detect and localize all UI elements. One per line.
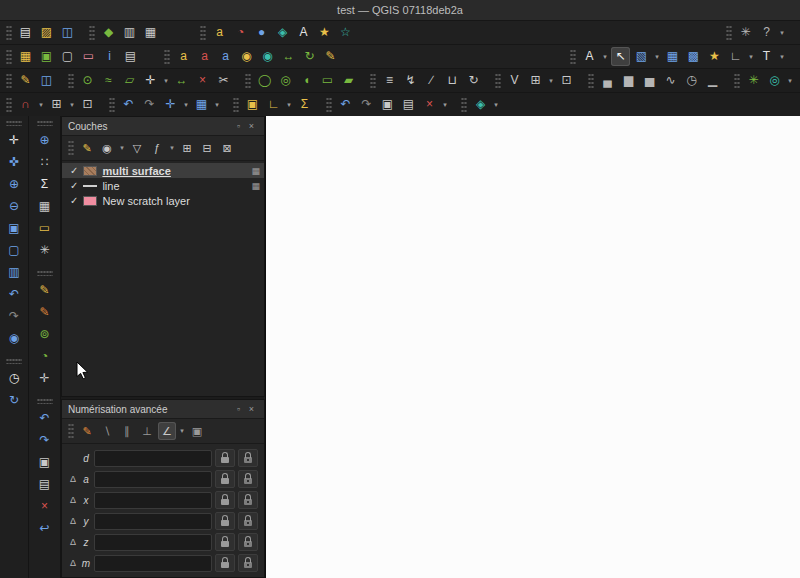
close-panel-button[interactable]: × bbox=[245, 120, 258, 133]
layer-checkbox[interactable]: ✓ bbox=[70, 165, 78, 176]
ellipse-icon[interactable]: ◖ bbox=[297, 71, 316, 90]
move-feature-icon[interactable]: ↔ bbox=[172, 71, 191, 90]
expand-all-icon[interactable]: ⊞ bbox=[178, 139, 196, 157]
snapping-toggle-dropdown[interactable]: ▾ bbox=[37, 101, 45, 109]
new-project-icon[interactable]: ▤ bbox=[16, 23, 35, 42]
deselect-all-icon[interactable]: ▩ bbox=[684, 47, 703, 66]
text-format-icon[interactable]: A bbox=[580, 47, 599, 66]
cut-features-icon[interactable]: ✂ bbox=[214, 71, 233, 90]
undo-icon[interactable]: ↶ bbox=[336, 95, 355, 114]
filter-legend-icon[interactable]: ▽ bbox=[128, 139, 146, 157]
layer-diagram-icon[interactable]: ◔ bbox=[231, 23, 250, 42]
repeat-lock-y-button[interactable] bbox=[238, 512, 258, 530]
pin-labels-icon[interactable]: ◉ bbox=[237, 47, 256, 66]
processing-toolbox-icon[interactable]: ✳ bbox=[736, 23, 755, 42]
profile-tool-icon[interactable]: ∿ bbox=[661, 71, 680, 90]
grid-options-icon[interactable]: ⊞ bbox=[526, 71, 545, 90]
lock-a-button[interactable] bbox=[215, 470, 235, 488]
raster-histogram-icon[interactable]: ▅ bbox=[640, 71, 659, 90]
add-part-icon[interactable]: ◔ bbox=[35, 347, 54, 366]
layer-name[interactable]: line bbox=[102, 180, 246, 192]
constraint-input-x[interactable] bbox=[94, 492, 212, 509]
parallel-icon[interactable]: ∥ bbox=[118, 422, 136, 440]
constraint-input-m[interactable] bbox=[94, 555, 212, 572]
add-polygon-feature-icon[interactable]: ▱ bbox=[120, 71, 139, 90]
map-annotation-dropdown[interactable]: ▾ bbox=[778, 53, 786, 61]
edit-pencil-icon[interactable]: ✎ bbox=[35, 281, 54, 300]
measure-dropdown[interactable]: ▾ bbox=[747, 53, 755, 61]
zoom-next-icon[interactable]: ↷ bbox=[140, 95, 159, 114]
zoom-to-layer-icon[interactable]: ▥ bbox=[5, 263, 24, 282]
snap-common-angles-dropdown[interactable]: ▾ bbox=[178, 427, 186, 435]
repeat-lock-a-button[interactable] bbox=[238, 470, 258, 488]
new-shapefile-icon[interactable]: ▢ bbox=[58, 47, 77, 66]
delta-toggle[interactable]: Δ bbox=[68, 516, 78, 526]
delete-part-icon[interactable]: × bbox=[420, 95, 439, 114]
snap-options-icon[interactable]: ⊡ bbox=[557, 71, 576, 90]
delete-feature-icon[interactable]: × bbox=[35, 497, 54, 516]
help-contents-icon[interactable]: ? bbox=[757, 23, 776, 42]
lock-m-button[interactable] bbox=[215, 554, 235, 572]
construction-mode-icon[interactable]: ∖ bbox=[98, 422, 116, 440]
topological-editing-icon[interactable]: ⊡ bbox=[78, 95, 97, 114]
add-point-feature-icon[interactable]: ⊙ bbox=[78, 71, 97, 90]
repeat-lock-m-button[interactable] bbox=[238, 554, 258, 572]
circle-2points-icon[interactable]: ◯ bbox=[255, 71, 274, 90]
merge-features-icon[interactable]: ⊔ bbox=[443, 71, 462, 90]
histogram-icon[interactable]: ▆ bbox=[619, 71, 638, 90]
delta-toggle[interactable]: Δ bbox=[68, 495, 78, 505]
data-source-manager-icon[interactable]: ▦ bbox=[16, 47, 35, 66]
georeferencer-dropdown[interactable]: ▾ bbox=[492, 101, 500, 109]
layer-styling-icon[interactable]: ✎ bbox=[78, 139, 96, 157]
layout-manager-icon[interactable]: ▦ bbox=[141, 23, 160, 42]
vertex-tool-dropdown[interactable]: ▾ bbox=[162, 77, 170, 85]
regular-polygon-icon[interactable]: ▰ bbox=[339, 71, 358, 90]
favorites-icon[interactable]: ★ bbox=[705, 47, 724, 66]
map-canvas[interactable] bbox=[265, 116, 800, 578]
identify-features-icon[interactable]: i bbox=[100, 47, 119, 66]
lock-d-button[interactable] bbox=[215, 449, 235, 467]
map-themes-icon[interactable]: ◉ bbox=[98, 139, 116, 157]
redo-icon[interactable]: ↷ bbox=[357, 95, 376, 114]
grid-options-dropdown[interactable]: ▾ bbox=[547, 77, 555, 85]
draw-annotation-icon[interactable]: ✎ bbox=[35, 303, 54, 322]
pan-to-selection-icon[interactable]: ✜ bbox=[5, 153, 24, 172]
refresh-map-icon[interactable]: ↻ bbox=[5, 391, 24, 410]
constraint-input-y[interactable] bbox=[94, 513, 212, 530]
measure-area-icon[interactable]: ∟ bbox=[264, 95, 283, 114]
zoom-full-icon[interactable]: ▣ bbox=[5, 219, 24, 238]
select-rectangle-icon[interactable]: ▧ bbox=[632, 47, 651, 66]
text-annotation-icon[interactable]: A bbox=[294, 23, 313, 42]
node-tool-icon[interactable]: ✛ bbox=[35, 369, 54, 388]
delete-selected-icon[interactable]: × bbox=[193, 71, 212, 90]
snapping-toggle-icon[interactable]: ∩ bbox=[16, 95, 35, 114]
close-panel-button[interactable]: × bbox=[245, 403, 258, 416]
delta-toggle[interactable]: Δ bbox=[68, 537, 78, 547]
pan-to-selection-dropdown[interactable]: ▾ bbox=[182, 101, 190, 109]
select-matrix-icon[interactable]: ∷ bbox=[35, 153, 54, 172]
snap-common-angles-icon[interactable]: ∠ bbox=[158, 422, 176, 440]
paste-style-icon[interactable]: ▤ bbox=[399, 95, 418, 114]
move-label-icon[interactable]: ↔ bbox=[279, 47, 298, 66]
copy-style-icon[interactable]: ▣ bbox=[378, 95, 397, 114]
measure-area-dropdown[interactable]: ▾ bbox=[285, 101, 293, 109]
layer-labeling-options-icon[interactable]: a bbox=[174, 47, 193, 66]
constraint-input-d[interactable] bbox=[94, 450, 212, 467]
constraint-input-a[interactable] bbox=[94, 471, 212, 488]
offset-curve-icon[interactable]: ≡ bbox=[380, 71, 399, 90]
layer-row[interactable]: ✓multi surface▦ bbox=[62, 163, 264, 178]
remove-layer-icon[interactable]: ⊠ bbox=[218, 139, 236, 157]
rule-based-labeling-icon[interactable]: a bbox=[195, 47, 214, 66]
filter-expression-icon[interactable]: ƒ bbox=[148, 139, 166, 157]
map-tips-icon[interactable]: ● bbox=[252, 23, 271, 42]
zoom-last-icon[interactable]: ↶ bbox=[119, 95, 138, 114]
select-by-value-icon[interactable]: ▦ bbox=[663, 47, 682, 66]
collapse-all-icon[interactable]: ⊟ bbox=[198, 139, 216, 157]
circle-3points-icon[interactable]: ◎ bbox=[276, 71, 295, 90]
layer-name[interactable]: multi surface bbox=[102, 165, 246, 177]
repeat-lock-d-button[interactable] bbox=[238, 449, 258, 467]
vertex-tool-icon[interactable]: ✛ bbox=[141, 71, 160, 90]
new-map-view-dropdown[interactable]: ▾ bbox=[213, 101, 221, 109]
show-bookmarks-icon[interactable]: ☆ bbox=[336, 23, 355, 42]
float-panel-button[interactable]: ▫ bbox=[232, 403, 245, 416]
